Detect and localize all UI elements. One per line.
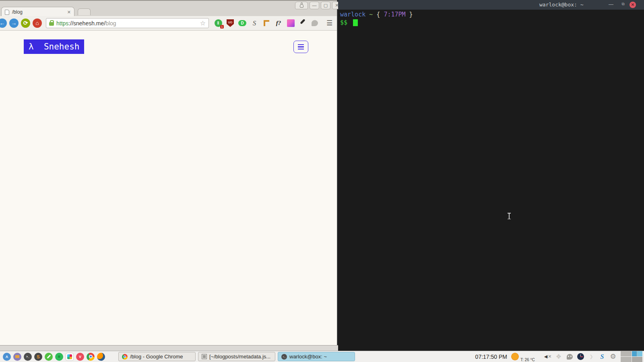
workspace-1[interactable] [621, 351, 632, 357]
extensions-row: ‖1 UO D S f? ☰ [214, 19, 336, 28]
chrome-menu-icon[interactable]: ☰ [326, 19, 332, 27]
taskbar-window-label: /blog - Google Chrome [130, 354, 183, 360]
s-extension-icon[interactable]: S [250, 19, 259, 28]
reload-button[interactable]: ⟳ [21, 19, 30, 28]
terminal-mini-icon: >_ [281, 354, 287, 360]
forward-button[interactable]: → [9, 19, 19, 28]
home-button[interactable]: ⌂ [33, 19, 42, 28]
back-button[interactable]: ← [0, 19, 7, 28]
slack-grid-icon [67, 354, 72, 359]
ublock-shield-extension-icon[interactable]: UO [226, 19, 235, 28]
browser-toolbar: ← → ⟳ ⌂ https://snehesh.me/blog ☆ ‖1 UO … [0, 16, 337, 31]
hamburger-bar [298, 49, 304, 50]
taskbar-clock[interactable]: 07:17:50 PM [475, 354, 507, 360]
url-path: blog [105, 20, 116, 27]
terminal-window[interactable]: warlock@box: ~ — ⧉ ✕ warlock ~ { 7:17PM … [338, 0, 644, 351]
green-d-extension-icon[interactable]: D [238, 19, 247, 28]
volume-muted-icon[interactable]: ◀✕ [544, 353, 551, 360]
dropbox-tray-icon[interactable]: ❖ [555, 353, 562, 360]
spotify-launcher-icon[interactable]: ≡ [55, 353, 63, 361]
prompt-line-1: warlock ~ { 7:17PM } [340, 10, 413, 19]
chrome-window: /blog ✕ — ▢ ✕ ← → ⟳ ⌂ https://snehesh.me… [0, 0, 337, 345]
gradient-extension-icon[interactable] [286, 19, 295, 28]
key-icon [47, 355, 51, 359]
url-bar[interactable]: https://snehesh.me/blog ☆ [46, 18, 209, 28]
workspace-window [637, 351, 642, 357]
weather-widget[interactable]: T: 26 °C [511, 351, 539, 362]
weather-text: T: 26 °C [520, 358, 535, 362]
taskbar-window-chrome[interactable]: /blog - Google Chrome [118, 352, 196, 361]
minimize-button[interactable]: — [310, 2, 319, 9]
workspace-2-active[interactable] [632, 351, 643, 357]
key-tool-launcher-icon[interactable] [45, 353, 53, 361]
terminal-titlebar[interactable]: warlock@box: ~ — ⧉ ✕ [338, 0, 644, 10]
tab-title: /blog [12, 9, 64, 15]
profile-button[interactable] [295, 2, 308, 9]
sun-icon [511, 353, 519, 360]
settings-gear-tray-icon[interactable]: ⚙ [609, 353, 617, 360]
new-tab-button[interactable] [78, 8, 91, 15]
browser-tabstrip: /blog ✕ — ▢ ✕ [0, 0, 337, 16]
taskbar-window-label: [~/blogposts/metadata.js... [209, 354, 270, 360]
font-finder-extension-icon[interactable]: f? [274, 19, 283, 28]
https-lock-icon [49, 22, 54, 26]
prompt-time: 7:17PM [384, 11, 405, 18]
terminal-close-button[interactable]: ✕ [630, 2, 636, 8]
prompt-line-2: $$ [340, 19, 413, 27]
workspace-pager[interactable] [621, 351, 642, 362]
url-host: ://snehesh.me/ [68, 20, 105, 27]
prompt-close-brace: } [409, 11, 413, 18]
terminal-minimize-button[interactable]: — [607, 2, 615, 7]
ghost-balloon-tray-icon[interactable] [566, 353, 573, 360]
chevron-tray-icon[interactable]: ❯ [588, 353, 595, 360]
prompt-open-brace: { [376, 11, 380, 18]
green-circle-extension-icon[interactable]: ‖1 [214, 19, 223, 28]
workspace-window [632, 351, 637, 357]
url-scheme: https [56, 20, 68, 27]
sublime-launcher-icon[interactable]: S [34, 353, 42, 361]
prompt-user: warlock [340, 11, 365, 18]
hamburger-bar [298, 44, 304, 45]
slack-launcher-icon[interactable] [66, 353, 74, 361]
window-controls: — ▢ ✕ [295, 2, 337, 9]
chrome-launcher-icon[interactable] [87, 353, 95, 361]
editor-mini-icon [202, 354, 207, 359]
bookmark-star-icon[interactable]: ☆ [200, 19, 206, 27]
terminal-title: warlock@box: ~ [539, 2, 584, 8]
terminal-restore-button[interactable]: ⧉ [619, 2, 627, 6]
app-menu-launcher-icon[interactable]: A [3, 353, 11, 361]
swirl-tray-icon[interactable]: S [599, 353, 606, 360]
terminal-launcher-icon[interactable]: >_ [24, 353, 32, 361]
browser-tab[interactable]: /blog ✕ [1, 7, 74, 17]
terminal-body[interactable]: warlock ~ { 7:17PM } $$ [340, 10, 413, 27]
clock-tray-icon[interactable] [577, 353, 584, 360]
terminal-cursor [353, 19, 358, 26]
person-icon [300, 4, 303, 8]
site-hamburger-button[interactable] [293, 41, 308, 53]
folder-icon [15, 355, 19, 358]
vivaldi-launcher-icon[interactable]: V [76, 353, 84, 361]
chrome-mini-icon [122, 354, 128, 360]
page-favicon-icon [5, 10, 9, 15]
taskbar: A >_ S ≡ V /blog - Google Chrome [~/blog… [0, 351, 644, 362]
taskbar-window-terminal[interactable]: >_ warlock@box: ~ [278, 352, 355, 361]
firefox-launcher-icon[interactable] [97, 353, 105, 361]
maximize-button[interactable]: ▢ [321, 2, 330, 9]
mouse-ibeam-cursor [509, 213, 510, 219]
system-tray: ◀✕ ❖ ❯ S ⚙ [544, 353, 617, 360]
desktop: /blog ✕ — ▢ ✕ ← → ⟳ ⌂ https://snehesh.me… [0, 0, 644, 362]
prompt-tilde: ~ [369, 11, 373, 18]
ghost-balloon-extension-icon[interactable] [310, 19, 319, 28]
hamburger-bar [298, 46, 304, 47]
file-manager-launcher-icon[interactable] [13, 353, 21, 361]
color-picker-extension-icon[interactable] [298, 19, 307, 28]
prompt-dollars: $$ [340, 19, 347, 26]
workspace-4[interactable] [632, 357, 643, 362]
taskbar-window-label: warlock@box: ~ [289, 354, 327, 360]
ruler-crane-extension-icon[interactable] [262, 19, 271, 28]
site-logo[interactable]: λ Snehesh [24, 39, 84, 54]
extension-badge: 1 [220, 25, 224, 29]
taskbar-window-editor[interactable]: [~/blogposts/metadata.js... [198, 352, 275, 361]
tab-close-icon[interactable]: ✕ [67, 10, 71, 15]
workspace-3[interactable] [621, 357, 632, 362]
